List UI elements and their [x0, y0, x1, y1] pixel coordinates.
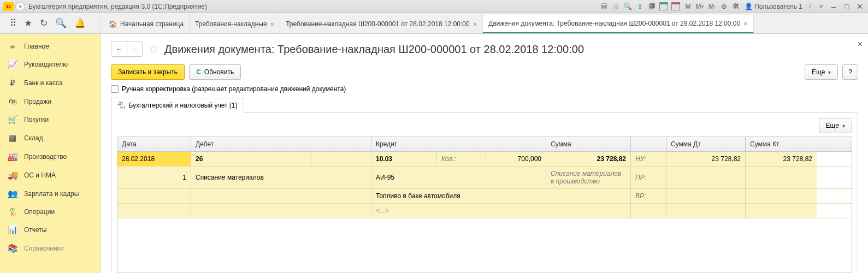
- m-minus-icon[interactable]: M-: [706, 2, 717, 11]
- table-more-button[interactable]: Еще: [819, 118, 852, 133]
- more-button[interactable]: Еще: [805, 64, 838, 80]
- cell-empty: [631, 204, 666, 218]
- sidebar-item-references[interactable]: 📚Справочники: [0, 239, 101, 258]
- sidebar: ≡Главное 📈Руководителю ₽Банк и касса 🛍Пр…: [0, 34, 101, 273]
- button-label: Еще: [812, 68, 825, 76]
- cell-empty: [666, 189, 746, 203]
- notifications-icon[interactable]: 🔔: [74, 17, 86, 29]
- tab-requirements-list[interactable]: Требования-накладные×: [190, 15, 280, 33]
- col-date[interactable]: Дата: [117, 137, 191, 151]
- favorite-star-icon[interactable]: ☆: [148, 42, 159, 56]
- tab-close-icon[interactable]: ×: [473, 20, 477, 28]
- close-page-button[interactable]: ×: [858, 39, 863, 49]
- cell-empty: [546, 204, 631, 218]
- sidebar-item-salary[interactable]: 👥Зарплата и кадры: [0, 185, 101, 203]
- col-sum-dt[interactable]: Сумма Дт: [666, 137, 746, 151]
- col-debit[interactable]: Дебет: [191, 137, 371, 151]
- table-row[interactable]: 28.02.2018 26 10.03 Кол.: 700,000 23 728…: [117, 152, 852, 167]
- cell-rownum: 1: [117, 167, 191, 188]
- sidebar-item-warehouse[interactable]: ▦Склад: [0, 129, 101, 147]
- title-bar: 1С ▾ Бухгалтерия предприятия, редакция 3…: [0, 0, 868, 13]
- top-toolbar: ⠿ ★ ↻ 🔍 🔔 🏠 Начальная страница Требовани…: [0, 13, 868, 34]
- sidebar-item-purchases[interactable]: 🛒Покупки: [0, 110, 101, 129]
- chart-icon: 📈: [8, 60, 17, 69]
- cell-credit-store: Топливо в баке автомобиля: [371, 189, 546, 203]
- cell-empty: [191, 189, 371, 203]
- maximize-button[interactable]: □: [841, 2, 853, 11]
- preview-icon[interactable]: 🔍: [622, 2, 633, 11]
- cell-nu-label: НУ:: [631, 152, 666, 166]
- nav-forward-button[interactable]: →: [127, 42, 142, 56]
- cart-icon: 🛒: [8, 115, 17, 124]
- print-icon[interactable]: 🖨: [610, 2, 621, 11]
- cell-empty: [546, 189, 631, 203]
- sidebar-item-label: Операции: [24, 208, 55, 216]
- sidebar-item-operations[interactable]: ДтКтОперации: [0, 203, 101, 221]
- people-icon: 👥: [8, 189, 17, 199]
- sidebar-item-reports[interactable]: 📊Отчеты: [0, 221, 101, 239]
- sidebar-item-manager[interactable]: 📈Руководителю: [0, 55, 101, 74]
- cell-empty: [666, 204, 746, 218]
- page-title: Движения документа: Требование-накладная…: [164, 43, 584, 56]
- cell-credit-account: 10.03: [371, 152, 437, 166]
- table-row[interactable]: Топливо в баке автомобиля ВР:: [117, 189, 852, 204]
- calendar-icon[interactable]: [671, 2, 680, 10]
- cell-credit-item: АИ-95: [371, 167, 546, 188]
- copy-icon[interactable]: 🗐: [646, 2, 657, 11]
- zoom-icon[interactable]: ⊕: [718, 2, 729, 11]
- user-menu[interactable]: 👤 Пользователь 1: [742, 3, 805, 10]
- m-plus-icon[interactable]: M+: [694, 2, 705, 11]
- apps-icon[interactable]: ⠿: [10, 17, 16, 29]
- col-sum[interactable]: Сумма: [546, 137, 631, 151]
- sidebar-item-assets[interactable]: 🚚ОС и НМА: [0, 166, 101, 185]
- help-button[interactable]: ?: [842, 64, 858, 80]
- cell-qty-label: Кол.:: [437, 152, 486, 166]
- sidebar-item-main[interactable]: ≡Главное: [0, 37, 101, 55]
- save-and-close-button[interactable]: Записать и закрыть: [111, 64, 185, 80]
- sidebar-item-label: Банк и касса: [24, 79, 63, 87]
- sidebar-item-bank[interactable]: ₽Банк и касса: [0, 74, 101, 92]
- tab-label: Бухгалтерский и налоговый учет (1): [128, 102, 237, 109]
- dtkt-icon: ДтКт: [8, 207, 17, 216]
- favorite-icon[interactable]: ★: [24, 17, 32, 29]
- tab-close-icon[interactable]: ×: [743, 20, 748, 28]
- sidebar-item-label: Производство: [24, 153, 67, 161]
- col-sum-kt[interactable]: Сумма Кт: [746, 137, 817, 151]
- nav-back-button[interactable]: ←: [111, 42, 127, 56]
- tab-requirement-doc[interactable]: Требование-накладная Ш200-000001 от 28.0…: [280, 15, 483, 33]
- sidebar-item-label: Продажи: [24, 98, 51, 105]
- refresh-icon: С: [196, 68, 201, 76]
- minimize-button[interactable]: –: [828, 2, 840, 11]
- books-icon: 📚: [8, 244, 17, 253]
- grid-body[interactable]: 28.02.2018 26 10.03 Кол.: 700,000 23 728…: [117, 152, 852, 272]
- manual-correction-label: Ручная корректировка (разрешает редактир…: [122, 85, 346, 93]
- manual-correction-checkbox[interactable]: [111, 85, 119, 93]
- tools-icon[interactable]: 🛠: [730, 2, 741, 11]
- sidebar-item-label: Покупки: [24, 116, 49, 123]
- info-dropdown[interactable]: ▾: [816, 2, 826, 11]
- cell-sum-desc: Списание материалов в производство: [546, 167, 631, 188]
- close-window-button[interactable]: ✕: [854, 2, 866, 11]
- table-row[interactable]: 1 Списание материалов АИ-95 Списание мат…: [117, 167, 852, 189]
- button-label: Записать и закрыть: [118, 68, 178, 76]
- col-credit[interactable]: Кредит: [371, 137, 546, 151]
- link-icon[interactable]: ⇪: [634, 2, 645, 11]
- table-row[interactable]: <...>: [117, 204, 852, 218]
- history-icon[interactable]: ↻: [40, 17, 48, 29]
- cell-qty: 700,000: [486, 152, 546, 166]
- sidebar-item-sales[interactable]: 🛍Продажи: [0, 92, 101, 110]
- truck-icon: 🚚: [8, 170, 17, 180]
- tab-close-icon[interactable]: ×: [270, 20, 275, 28]
- info-icon[interactable]: i: [806, 2, 814, 11]
- tab-home[interactable]: 🏠 Начальная страница: [101, 15, 190, 33]
- search-icon[interactable]: 🔍: [55, 17, 67, 29]
- tab-accounting[interactable]: ДтКт Бухгалтерский и налоговый учет (1): [111, 98, 244, 112]
- refresh-button[interactable]: СОбновить: [189, 64, 241, 80]
- save-icon[interactable]: 🖬: [598, 2, 609, 11]
- m-icon[interactable]: M: [682, 2, 693, 11]
- tab-document-movements[interactable]: Движения документа: Требование-накладная…: [483, 15, 753, 33]
- calendar-grid-icon[interactable]: [659, 2, 668, 10]
- main-menu-dropdown[interactable]: ▾: [15, 2, 25, 11]
- tab-label: Требование-накладная Ш200-000001 от 28.0…: [286, 20, 470, 28]
- sidebar-item-production[interactable]: 🏭Производство: [0, 147, 101, 166]
